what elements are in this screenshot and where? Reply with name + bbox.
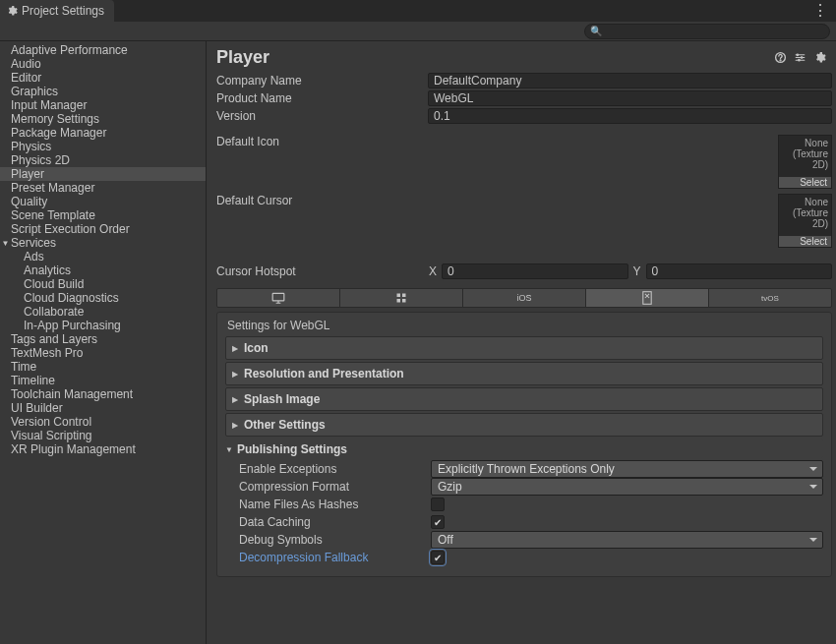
other-settings-section[interactable]: ▶ Other Settings — [225, 413, 823, 437]
chevron-down-icon: ▼ — [225, 445, 233, 454]
slot-none-text: None — [805, 138, 828, 148]
decompression-fallback-label: Decompression Fallback — [239, 551, 431, 564]
sidebar-item-physics[interactable]: Physics — [0, 140, 206, 153]
sidebar-item-adaptive-performance[interactable]: Adaptive Performance — [0, 43, 206, 57]
compression-format-dropdown[interactable]: Gzip — [431, 478, 823, 496]
search-icon: 🔍 — [590, 26, 602, 36]
svg-point-3 — [801, 57, 803, 59]
y-label: Y — [632, 264, 642, 278]
gear-icon — [6, 5, 18, 17]
svg-rect-10 — [643, 292, 651, 305]
cursor-hotspot-label: Cursor Hotspot — [216, 264, 428, 278]
sidebar-item-preset-manager[interactable]: Preset Manager — [0, 181, 206, 195]
sidebar-item-timeline[interactable]: Timeline — [0, 374, 206, 387]
chevron-down-icon: ▼ — [0, 239, 11, 248]
svg-point-2 — [796, 54, 798, 56]
chevron-right-icon: ▶ — [232, 344, 240, 353]
sidebar-item-in-app-purchasing[interactable]: In-App Purchasing — [0, 319, 206, 332]
sidebar-item-quality[interactable]: Quality — [0, 195, 206, 208]
publishing-settings-section[interactable]: ▼ Publishing Settings — [225, 439, 823, 458]
chevron-right-icon: ▶ — [232, 370, 240, 379]
sidebar-item-version-control[interactable]: Version Control — [0, 415, 206, 429]
company-name-field[interactable] — [428, 73, 832, 88]
slot-type-text: (Texture 2D) — [793, 148, 828, 170]
splash-section[interactable]: ▶ Splash Image — [225, 387, 823, 411]
sidebar-item-scene-template[interactable]: Scene Template — [0, 208, 206, 222]
platform-settings-panel: Settings for WebGL ▶ Icon ▶ Resolution a… — [216, 312, 832, 577]
sidebar-item-toolchain-management[interactable]: Toolchain Management — [0, 387, 206, 401]
x-label: X — [428, 264, 438, 278]
settings-content: Player Company Name Product Name — [207, 41, 836, 644]
sidebar-item-player[interactable]: Player — [0, 167, 206, 181]
debug-symbols-dropdown[interactable]: Off — [431, 531, 823, 549]
sidebar-item-package-manager[interactable]: Package Manager — [0, 126, 206, 140]
svg-rect-5 — [272, 293, 284, 301]
svg-rect-6 — [397, 294, 401, 298]
sidebar-item-analytics[interactable]: Analytics — [0, 263, 206, 277]
data-caching-label: Data Caching — [239, 515, 431, 529]
toolbar: 🔍 — [0, 22, 836, 41]
svg-point-4 — [798, 59, 800, 61]
default-cursor-label: Default Cursor — [216, 194, 428, 207]
platform-tab-desktop[interactable] — [217, 289, 340, 307]
sidebar-item-visual-scripting[interactable]: Visual Scripting — [0, 429, 206, 442]
sidebar-item-cloud-build[interactable]: Cloud Build — [0, 277, 206, 291]
window-title: Project Settings — [22, 4, 104, 18]
presets-icon[interactable] — [793, 51, 806, 65]
platform-tab-iOS[interactable]: iOS — [463, 289, 586, 307]
sidebar-item-services[interactable]: ▼Services — [0, 236, 206, 250]
hotspot-x-field[interactable] — [442, 263, 628, 279]
data-caching-checkbox[interactable]: ✔ — [431, 515, 445, 529]
select-cursor-button[interactable]: Select — [779, 236, 831, 247]
sidebar-item-audio[interactable]: Audio — [0, 57, 206, 71]
platform-tab-tvOS[interactable]: tvOS — [709, 289, 831, 307]
platform-tab-handheld[interactable] — [340, 289, 463, 307]
window-menu-icon[interactable]: ⋮ — [812, 0, 828, 22]
default-icon-label: Default Icon — [216, 135, 428, 148]
svg-rect-8 — [397, 299, 401, 303]
gear-icon[interactable] — [812, 51, 826, 65]
sidebar-item-tags-and-layers[interactable]: Tags and Layers — [0, 332, 206, 346]
sidebar-item-xr-plugin-management[interactable]: XR Plugin Management — [0, 442, 206, 456]
product-name-field[interactable] — [428, 90, 832, 106]
sidebar-item-physics-2d[interactable]: Physics 2D — [0, 153, 206, 167]
company-name-label: Company Name — [216, 74, 428, 88]
window-tab[interactable]: Project Settings — [0, 0, 114, 22]
search-input[interactable]: 🔍 — [584, 24, 830, 39]
name-files-as-hashes-checkbox[interactable] — [431, 498, 445, 511]
platform-tab-webgl[interactable] — [586, 289, 709, 307]
svg-point-1 — [780, 60, 781, 61]
debug-symbols-label: Debug Symbols — [239, 533, 431, 547]
sidebar-item-input-manager[interactable]: Input Manager — [0, 98, 206, 112]
sidebar-item-ui-builder[interactable]: UI Builder — [0, 401, 206, 415]
hotspot-y-field[interactable] — [646, 263, 833, 279]
version-label: Version — [216, 109, 428, 123]
sidebar-item-editor[interactable]: Editor — [0, 71, 206, 85]
resolution-section[interactable]: ▶ Resolution and Presentation — [225, 362, 823, 385]
sidebar-item-time[interactable]: Time — [0, 360, 206, 374]
decompression-fallback-checkbox[interactable]: ✔ — [431, 551, 445, 564]
default-icon-slot[interactable]: None (Texture 2D) Select — [778, 135, 832, 189]
sidebar-item-script-execution-order[interactable]: Script Execution Order — [0, 222, 206, 236]
sidebar-item-memory-settings[interactable]: Memory Settings — [0, 112, 206, 126]
sidebar-item-collaborate[interactable]: Collaborate — [0, 305, 206, 319]
svg-rect-7 — [402, 294, 406, 298]
title-bar: Project Settings ⋮ — [0, 0, 836, 22]
enable-exceptions-label: Enable Exceptions — [239, 462, 431, 476]
product-name-label: Product Name — [216, 91, 428, 105]
icon-section[interactable]: ▶ Icon — [225, 336, 823, 360]
version-field[interactable] — [428, 108, 832, 124]
platform-tabs: iOStvOS — [216, 288, 832, 308]
sidebar-item-ads[interactable]: Ads — [0, 250, 206, 263]
chevron-right-icon: ▶ — [232, 395, 240, 404]
sidebar-item-textmesh-pro[interactable]: TextMesh Pro — [0, 346, 206, 360]
enable-exceptions-dropdown[interactable]: Explicitly Thrown Exceptions Only — [431, 460, 823, 478]
default-cursor-slot[interactable]: None (Texture 2D) Select — [778, 194, 832, 248]
sidebar-item-graphics[interactable]: Graphics — [0, 85, 206, 98]
select-icon-button[interactable]: Select — [779, 177, 831, 188]
help-icon[interactable] — [773, 51, 787, 65]
settings-sidebar: Adaptive PerformanceAudioEditorGraphicsI… — [0, 41, 207, 644]
compression-format-label: Compression Format — [239, 480, 431, 494]
settings-for-label: Settings for WebGL — [225, 319, 823, 332]
sidebar-item-cloud-diagnostics[interactable]: Cloud Diagnostics — [0, 291, 206, 305]
